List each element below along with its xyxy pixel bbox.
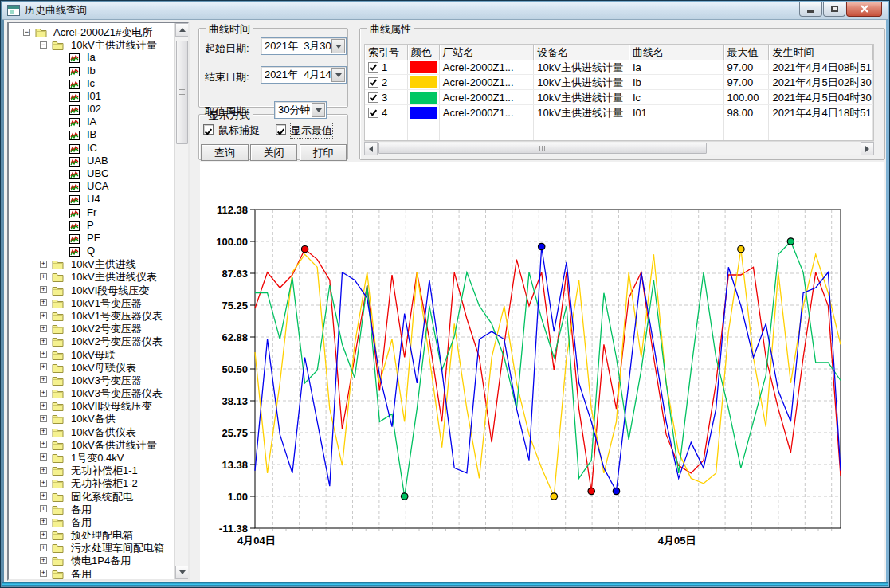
tree-item[interactable]: +备用 <box>9 567 174 579</box>
tree-item[interactable]: −Acrel-2000Z1#变电所 <box>9 25 174 38</box>
tree-item[interactable]: +馈电1P4备用 <box>9 554 174 566</box>
tree-item[interactable]: +备用 <box>9 503 174 515</box>
tree-item[interactable]: UBC <box>9 167 174 180</box>
tree-item[interactable]: +10kV1号变压器 <box>9 296 174 309</box>
start-date-combobox[interactable]: 2021年 3月30 <box>261 37 347 55</box>
tree-item[interactable]: PF <box>9 232 174 245</box>
tree-item[interactable]: −10kV主供进线计量 <box>9 38 174 51</box>
table-hscrollbar[interactable] <box>364 141 874 155</box>
column-header-0[interactable]: 索引号 <box>365 45 408 60</box>
scroll-left-button[interactable] <box>364 142 378 155</box>
tree-item[interactable]: Fr <box>9 206 174 219</box>
table-row[interactable]: 4Acrel-2000Z1...10kV主供进线计量I0198.002021年4… <box>365 105 873 120</box>
table-row[interactable]: 3Acrel-2000Z1...10kV主供进线计量Ic100.002021年4… <box>365 90 873 105</box>
tree-expander-expand[interactable]: + <box>40 505 47 512</box>
tree-item[interactable]: +10kV母联仪表 <box>9 361 174 374</box>
titlebar[interactable]: 历史曲线查询 <box>2 2 888 20</box>
tree-item[interactable]: +10kV3号变压器仪表 <box>9 386 174 399</box>
column-header-2[interactable]: 厂站名 <box>440 45 535 60</box>
maximize-button[interactable] <box>823 2 845 17</box>
tree-expander-expand[interactable]: + <box>40 453 47 461</box>
tree-scroll-thumb[interactable] <box>176 41 188 144</box>
tree-item[interactable]: IC <box>9 142 174 155</box>
tree-expander-expand[interactable]: + <box>40 312 47 319</box>
tree-item[interactable]: Q <box>9 245 174 257</box>
tree-expander-expand[interactable]: + <box>40 273 47 280</box>
tree-item[interactable]: +10kV母联 <box>9 348 174 361</box>
print-button[interactable]: 打印 <box>300 144 347 161</box>
tree-item[interactable]: +10kV主供进线仪表 <box>9 270 174 283</box>
end-date-combobox[interactable]: 2021年 4月14 <box>261 66 347 84</box>
tree-item[interactable]: +10kV1号变压器仪表 <box>9 309 174 322</box>
close-dialog-button[interactable]: 关闭 <box>250 144 297 161</box>
tree-item[interactable]: +预处理配电箱 <box>9 528 174 541</box>
tree-expander-expand[interactable]: + <box>40 351 47 358</box>
show-extremes-label[interactable]: 显示最值 <box>291 123 332 138</box>
station-tree[interactable]: −Acrel-2000Z1#变电所−10kV主供进线计量IaIbIcI01I02… <box>7 22 190 581</box>
mouse-capture-checkbox[interactable] <box>203 124 214 135</box>
tree-expander-expand[interactable]: + <box>40 570 47 577</box>
tree-expander-expand[interactable]: + <box>40 428 47 435</box>
row-checkbox[interactable] <box>368 62 378 73</box>
row-checkbox[interactable] <box>368 108 378 118</box>
tree-expander-expand[interactable]: + <box>40 338 47 345</box>
tree-expander-expand[interactable]: + <box>40 325 47 332</box>
dropdown-button[interactable] <box>331 39 345 53</box>
tree-expander-expand[interactable]: + <box>40 299 47 306</box>
tree-item[interactable]: +污水处理车间配电箱 <box>9 541 174 554</box>
tree-item[interactable]: UAB <box>9 155 174 167</box>
tree-item[interactable]: IA <box>9 116 174 128</box>
tree-expander-expand[interactable]: + <box>40 492 47 500</box>
tree-item[interactable]: +10kV2号变压器 <box>9 322 174 335</box>
tree-expander-expand[interactable]: + <box>40 286 47 293</box>
tree-item[interactable]: +10kV2号变压器仪表 <box>9 335 174 347</box>
table-row[interactable]: 1Acrel-2000Z1...10kV主供进线计量Ia97.002021年4月… <box>365 60 873 75</box>
column-header-6[interactable]: 发生时间 <box>769 45 873 60</box>
curve-props-table[interactable]: 索引号颜色厂站名设备名曲线名最大值发生时间 1Acrel-2000Z1...10… <box>364 44 874 141</box>
tree-expander-collapse[interactable]: − <box>40 41 47 49</box>
tree-expander-expand[interactable]: + <box>40 518 47 525</box>
tree-item[interactable]: +无功补偿柜1-1 <box>9 464 174 476</box>
row-checkbox[interactable] <box>368 92 378 103</box>
tree-item[interactable]: +10kV备供仪表 <box>9 425 174 438</box>
tree-expander-expand[interactable]: + <box>40 531 47 539</box>
tree-item[interactable]: +1号变0.4kV <box>9 451 174 464</box>
tree-expander-expand[interactable]: + <box>40 376 47 383</box>
tree-item[interactable]: +10kV备供进线计量 <box>9 438 174 451</box>
dropdown-button[interactable] <box>312 103 325 117</box>
tree-item[interactable]: P <box>9 219 174 232</box>
tree-expander-expand[interactable]: + <box>40 467 47 474</box>
tree-item[interactable]: I01 <box>9 90 174 103</box>
column-header-1[interactable]: 颜色 <box>408 45 440 60</box>
tree-item[interactable]: +固化系统配电 <box>9 490 174 503</box>
tree-expander-expand[interactable]: + <box>40 557 47 564</box>
column-header-5[interactable]: 最大值 <box>724 45 770 60</box>
tree-expander-expand[interactable]: + <box>40 390 47 397</box>
tree-item[interactable]: +无功补偿柜1-2 <box>9 476 174 489</box>
tree-expander-expand[interactable]: + <box>40 415 47 422</box>
row-checkbox[interactable] <box>368 77 378 88</box>
tree-scroll-up-button[interactable] <box>175 23 189 37</box>
tree-item[interactable]: U4 <box>9 193 174 206</box>
tree-item[interactable]: IB <box>9 128 174 141</box>
period-combobox[interactable]: 30分钟 <box>274 101 327 119</box>
tree-scroll-down-button[interactable] <box>175 566 189 579</box>
column-header-3[interactable]: 设备名 <box>534 45 629 60</box>
tree-expander-expand[interactable]: + <box>40 402 47 410</box>
tree-item[interactable]: UCA <box>9 180 174 193</box>
tree-expander-expand[interactable]: + <box>40 480 47 487</box>
show-extremes-checkbox[interactable] <box>276 124 286 135</box>
tree-item[interactable]: Ic <box>9 77 174 90</box>
mouse-capture-label[interactable]: 鼠标捕捉 <box>218 123 260 138</box>
tree-item[interactable]: +备用 <box>9 515 174 528</box>
tree-expander-collapse[interactable]: − <box>23 29 30 36</box>
tree-scrollbar[interactable] <box>174 23 188 579</box>
tree-item[interactable]: +10kV3号变压器 <box>9 374 174 386</box>
tree-expander-expand[interactable]: + <box>40 261 47 268</box>
tree-item[interactable]: +10kVI段母线压变 <box>9 284 174 296</box>
minimize-button[interactable] <box>799 2 822 17</box>
table-scroll-thumb[interactable] <box>378 143 707 154</box>
table-row[interactable]: 2Acrel-2000Z1...10kV主供进线计量Ib97.002021年4月… <box>365 75 873 90</box>
tree-expander-expand[interactable]: + <box>40 363 47 370</box>
close-button[interactable] <box>846 2 882 17</box>
